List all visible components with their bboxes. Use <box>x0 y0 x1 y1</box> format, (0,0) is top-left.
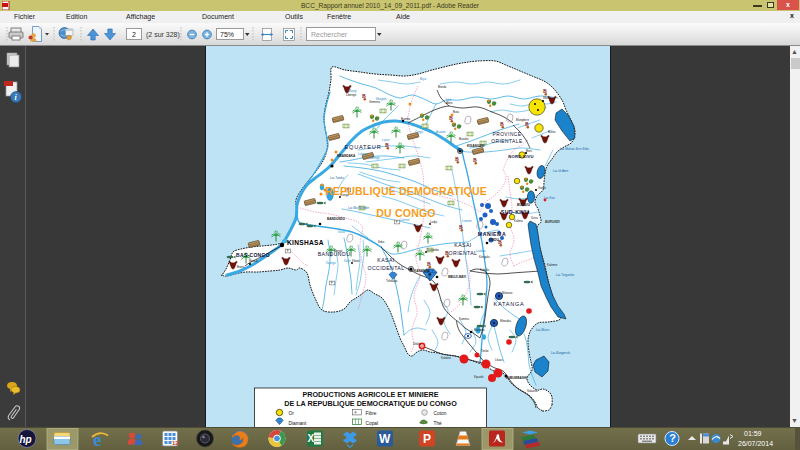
svg-text:BURUNDI: BURUNDI <box>545 220 560 224</box>
svg-text:MBANDAKA: MBANDAKA <box>337 154 356 158</box>
svg-text:SUD-KIVU: SUD-KIVU <box>501 209 529 215</box>
svg-text:Ilebo: Ilebo <box>378 240 385 244</box>
svg-text:01:59: 01:59 <box>744 430 762 437</box>
svg-text:Lopori: Lopori <box>382 138 390 142</box>
svg-text:Kipushi: Kipushi <box>474 375 484 379</box>
svg-text:F: F <box>396 220 398 224</box>
svg-text:Sakania: Sakania <box>527 389 538 393</box>
svg-text:Lac Bangweolo: Lac Bangweolo <box>551 351 571 355</box>
svg-text:Aruwimi: Aruwimi <box>435 130 446 134</box>
svg-text:Bumba: Bumba <box>401 117 411 121</box>
svg-text:Mungala: Mungala <box>376 97 387 101</box>
svg-text:KANANGA: KANANGA <box>414 269 431 273</box>
svg-text:Likasi: Likasi <box>495 358 503 362</box>
svg-text:Goma: Goma <box>538 186 546 190</box>
svg-text:F: F <box>287 249 289 253</box>
svg-text:BAS-CONGO: BAS-CONGO <box>236 252 270 258</box>
svg-text:Congo: Congo <box>415 130 423 134</box>
svg-text:REPUBLIQUE DEMOCRATIQUE: REPUBLIQUE DEMOCRATIQUE <box>325 185 487 197</box>
svg-text:Kongolo: Kongolo <box>479 255 490 259</box>
svg-text:Uele: Uele <box>446 98 452 102</box>
svg-text:Lac Kivu: Lac Kivu <box>544 196 555 200</box>
svg-text:Lac Idi Amin: Lac Idi Amin <box>553 169 569 173</box>
svg-text:Ubangi: Ubangi <box>348 89 357 93</box>
svg-text:Kalemie: Kalemie <box>547 263 558 267</box>
svg-text:Libenge: Libenge <box>346 93 357 97</box>
svg-text:OCCIDENTAL: OCCIDENTAL <box>367 265 404 271</box>
svg-text:KASAI: KASAI <box>454 242 471 248</box>
svg-text:W: W <box>379 432 391 446</box>
svg-text:Matadi: Matadi <box>249 259 258 263</box>
svg-text:Watsa: Watsa <box>543 96 551 100</box>
svg-text:Lac Mobutu Sese Seko: Lac Mobutu Sese Seko <box>560 147 589 151</box>
svg-text:BANDUNDU: BANDUNDU <box>318 251 351 257</box>
svg-text:BUKAVU: BUKAVU <box>517 203 531 207</box>
svg-text:?: ? <box>669 432 676 444</box>
svg-text:Kwango: Kwango <box>326 261 336 265</box>
svg-text:MBUJI-MAYI: MBUJI-MAYI <box>448 275 466 279</box>
svg-text:ORIENTALE: ORIENTALE <box>491 139 522 144</box>
svg-text:BANDUNDU: BANDUNDU <box>327 217 346 221</box>
svg-text:Kamina: Kamina <box>459 317 469 321</box>
svg-text:Uvira: Uvira <box>531 216 538 220</box>
svg-text:12: 12 <box>172 440 179 446</box>
svg-text:Lusambo: Lusambo <box>427 248 439 252</box>
svg-text:KINSHASA: KINSHASA <box>287 239 324 246</box>
svg-text:Tshikapa: Tshikapa <box>386 279 398 283</box>
svg-text:Lac Mai Ndombe: Lac Mai Ndombe <box>348 206 370 210</box>
svg-text:Boyu: Boyu <box>420 77 427 81</box>
svg-text:DU CONGO: DU CONGO <box>376 207 435 219</box>
svg-text:Kwilu: Kwilu <box>344 259 351 263</box>
svg-text:ORIENTAL: ORIENTAL <box>449 250 478 256</box>
svg-text:Maringa: Maringa <box>370 156 380 160</box>
svg-text:Kolwezi: Kolwezi <box>441 356 451 360</box>
svg-text:Lac Moero: Lac Moero <box>536 328 550 332</box>
svg-text:hp: hp <box>20 434 32 445</box>
svg-text:PROVINCE: PROVINCE <box>492 132 521 137</box>
svg-text:Lualaba: Lualaba <box>476 249 486 253</box>
svg-text:Kalima: Kalima <box>514 219 523 223</box>
svg-text:Lomami: Lomami <box>462 219 472 223</box>
svg-text:X: X <box>308 433 315 444</box>
svg-text:KASAI: KASAI <box>377 257 394 263</box>
svg-text:Bondo: Bondo <box>438 85 447 89</box>
svg-text:KATANGA: KATANGA <box>494 301 525 307</box>
svg-text:26/07/2014: 26/07/2014 <box>738 440 773 447</box>
svg-text:Kasai: Kasai <box>338 230 345 234</box>
svg-text:Diamant: Diamant <box>289 421 308 426</box>
svg-text:Copal: Copal <box>366 421 379 426</box>
svg-text:Lulonga: Lulonga <box>358 152 368 156</box>
svg-text:Thé: Thé <box>434 421 443 426</box>
svg-text:Or: Or <box>289 411 295 416</box>
svg-text:P: P <box>423 432 431 446</box>
svg-text:Bukama: Bukama <box>474 328 485 332</box>
svg-text:EQUATEUR: EQUATEUR <box>344 144 381 150</box>
svg-text:DE LA REPUBLIQUE DEMOCRATIQUE: DE LA REPUBLIQUE DEMOCRATIQUE DU CONGO <box>284 399 457 408</box>
svg-text:Kabalo: Kabalo <box>480 268 489 272</box>
svg-text:Kikwit: Kikwit <box>352 259 360 263</box>
svg-text:F: F <box>331 281 333 285</box>
svg-text:KISANGANI: KISANGANI <box>467 144 485 148</box>
svg-text:NORD-KIVU: NORD-KIVU <box>508 154 534 159</box>
svg-text:Lac Tanganika: Lac Tanganika <box>556 273 575 277</box>
svg-text:Tenke: Tenke <box>481 349 489 353</box>
svg-text:e: e <box>93 429 101 450</box>
svg-text:Beni: Beni <box>526 149 532 153</box>
svg-text:Buta: Buta <box>453 110 459 114</box>
svg-text:Basoko: Basoko <box>459 137 469 141</box>
svg-text:Mungbere: Mungbere <box>516 118 529 122</box>
svg-text:Coton: Coton <box>434 411 447 416</box>
svg-text:Fibre: Fibre <box>366 411 377 416</box>
svg-text:Manono: Manono <box>502 291 513 295</box>
svg-text:Bunia: Bunia <box>548 130 556 134</box>
svg-text:MANIEMA: MANIEMA <box>478 231 506 237</box>
svg-text:Lac Tumba: Lac Tumba <box>330 176 344 180</box>
svg-text:Boma: Boma <box>237 265 245 269</box>
svg-text:LUBUMBASHI: LUBUMBASHI <box>506 376 527 380</box>
svg-text:KINDU: KINDU <box>489 238 500 242</box>
svg-text:Lodja: Lodja <box>430 220 437 224</box>
svg-text:Dilolo: Dilolo <box>413 342 421 346</box>
svg-text:Mitwaba: Mitwaba <box>500 319 511 323</box>
